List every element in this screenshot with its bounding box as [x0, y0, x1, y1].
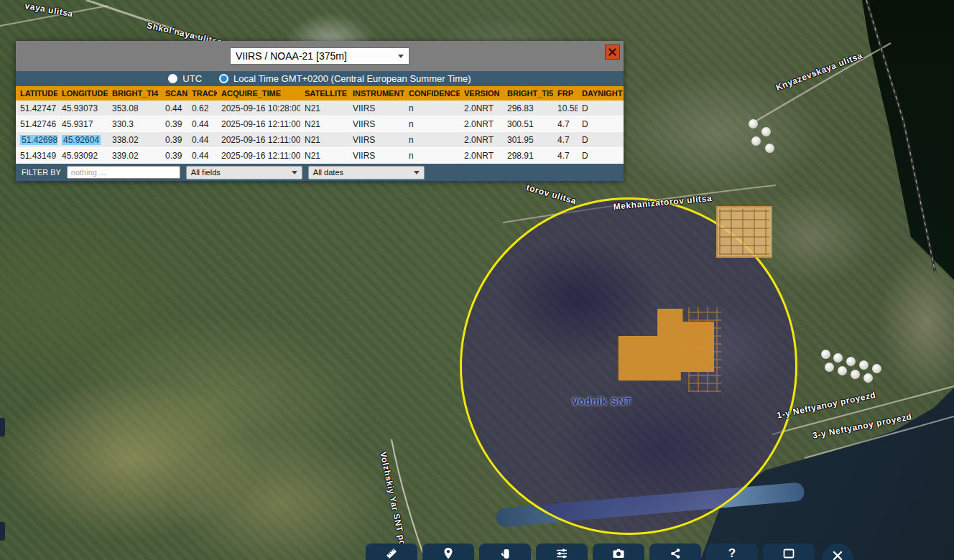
column-header-instrument[interactable]: INSTRUMENT: [348, 89, 404, 98]
table-cell[interactable]: 4.7: [553, 119, 578, 129]
left-edge-tab[interactable]: [0, 418, 5, 437]
column-header-frp[interactable]: FRP: [553, 89, 578, 98]
local-time-radio[interactable]: [219, 74, 228, 83]
column-header-track[interactable]: TRACK: [187, 89, 217, 98]
table-row[interactable]: 51.4314945.93092339.020.390.442025-09-16…: [16, 148, 624, 164]
utc-radio[interactable]: [168, 74, 177, 83]
table-cell[interactable]: 45.9317: [57, 119, 108, 129]
column-header-longitude[interactable]: LONGITUDE: [57, 89, 108, 98]
table-cell[interactable]: 296.83: [503, 103, 553, 113]
close-panel-button[interactable]: [605, 45, 620, 60]
dataset-select[interactable]: VIIRS / NOAA-21 [375m]: [230, 47, 409, 65]
column-header-latitude[interactable]: LATITUDE: [16, 89, 57, 98]
table-cell[interactable]: 2.0NRT: [460, 119, 503, 129]
table-cell[interactable]: 0.44: [161, 103, 187, 113]
table-cell[interactable]: 10.58: [553, 103, 578, 113]
extinguisher-button[interactable]: [479, 543, 531, 560]
fire-building-outlines: [688, 307, 721, 392]
table-cell[interactable]: 0.44: [187, 135, 217, 145]
column-header-satellite[interactable]: SATELLITE: [300, 89, 348, 98]
filter-dates-select[interactable]: All dates: [308, 166, 425, 179]
screenshot-button[interactable]: [593, 543, 644, 560]
table-cell[interactable]: 338.02: [108, 135, 161, 145]
local-time-radio-label[interactable]: Local Time GMT+0200 (Central European Su…: [233, 73, 471, 84]
table-cell[interactable]: 301.95: [503, 135, 553, 145]
chevron-down-icon: [398, 55, 404, 58]
oil-tank: [846, 357, 856, 366]
table-cell[interactable]: 2.0NRT: [460, 103, 503, 113]
table-cell[interactable]: 2025-09-16 12:11:00: [217, 151, 300, 161]
column-header-version[interactable]: VERSION: [460, 89, 503, 98]
utc-radio-label[interactable]: UTC: [182, 73, 202, 84]
column-header-confidence[interactable]: CONFIDENCE: [404, 89, 460, 98]
table-cell[interactable]: 45.93073: [57, 103, 108, 113]
table-cell[interactable]: 2025-09-16 12:11:00: [217, 135, 300, 145]
table-cell[interactable]: D: [578, 151, 624, 161]
column-header-bright_ti5[interactable]: BRIGHT_TI5: [503, 89, 553, 98]
left-edge-tab[interactable]: [0, 522, 5, 541]
table-cell[interactable]: 353.08: [108, 103, 161, 113]
table-cell[interactable]: 2.0NRT: [460, 151, 503, 161]
table-cell[interactable]: 339.02: [108, 151, 161, 161]
table-cell[interactable]: 51.42747: [16, 103, 57, 113]
table-cell[interactable]: D: [578, 135, 624, 145]
table-cell[interactable]: VIIRS: [348, 119, 404, 129]
table-cell[interactable]: n: [404, 151, 460, 161]
table-cell[interactable]: VIIRS: [348, 151, 404, 161]
table-cell[interactable]: 2025-09-16 10:28:00: [217, 103, 300, 113]
adjustments-button[interactable]: [536, 543, 588, 560]
filter-fields-select[interactable]: All fields: [186, 166, 302, 179]
oil-tank: [751, 136, 761, 146]
table-cell[interactable]: 0.44: [187, 119, 217, 129]
table-cell[interactable]: 45.93092: [57, 151, 108, 161]
table-cell[interactable]: 4.7: [553, 151, 578, 161]
table-cell[interactable]: 298.91: [503, 151, 553, 161]
question-mark-icon: ?: [728, 547, 736, 559]
table-cell[interactable]: 2025-09-16 12:11:00: [217, 119, 300, 129]
help-button[interactable]: ?: [706, 543, 758, 560]
table-cell[interactable]: N21: [300, 119, 348, 129]
table-cell[interactable]: D: [578, 103, 624, 113]
chevron-down-icon: [414, 171, 420, 174]
measure-button[interactable]: [366, 543, 417, 560]
filter-input[interactable]: [67, 166, 180, 179]
x-icon: [832, 550, 843, 560]
table-cell[interactable]: n: [404, 135, 460, 145]
table-cell[interactable]: 0.39: [161, 151, 187, 161]
fire-data-panel: VIIRS / NOAA-21 [375m] UTC Local Time GM…: [16, 41, 624, 181]
table-cell[interactable]: VIIRS: [348, 135, 404, 145]
table-cell[interactable]: 45.92604: [57, 135, 108, 145]
column-header-scan[interactable]: SCAN: [161, 89, 187, 98]
column-header-daynight[interactable]: DAYNIGHT: [578, 89, 624, 98]
table-cell[interactable]: D: [578, 119, 624, 129]
fullscreen-button[interactable]: [763, 543, 815, 560]
column-header-acquire_time[interactable]: ACQUIRE_TIME: [217, 89, 300, 98]
table-row[interactable]: 51.4269845.92604338.020.390.442025-09-16…: [16, 132, 624, 148]
share-button[interactable]: [649, 543, 701, 560]
table-cell[interactable]: N21: [300, 135, 348, 145]
column-header-bright_ti4[interactable]: BRIGHT_TI4: [108, 89, 161, 98]
table-row[interactable]: 51.4274745.93073353.080.440.622025-09-16…: [16, 101, 624, 116]
table-cell[interactable]: 51.43149: [16, 151, 57, 161]
table-cell[interactable]: 2.0NRT: [460, 135, 503, 145]
locate-button[interactable]: [422, 543, 474, 560]
table-cell[interactable]: 0.39: [161, 135, 187, 145]
table-cell[interactable]: 51.42746: [16, 119, 57, 129]
table-cell[interactable]: 300.51: [503, 119, 553, 129]
highlighted-cell-value: 51.42698: [20, 135, 57, 145]
table-cell[interactable]: VIIRS: [348, 103, 404, 113]
table-cell[interactable]: 51.42698: [16, 135, 57, 145]
table-row[interactable]: 51.4274645.9317330.30.390.442025-09-16 1…: [16, 116, 624, 132]
close-toolbar-button[interactable]: [822, 543, 853, 560]
table-cell[interactable]: N21: [300, 103, 348, 113]
table-cell[interactable]: 0.39: [161, 119, 187, 129]
table-cell[interactable]: 0.44: [187, 151, 217, 161]
table-cell[interactable]: N21: [300, 151, 348, 161]
table-cell[interactable]: n: [404, 103, 460, 113]
highlighted-buildings-patch: [716, 206, 772, 258]
table-cell[interactable]: 330.3: [108, 119, 161, 129]
oil-tank: [872, 364, 881, 373]
table-cell[interactable]: 0.62: [187, 103, 217, 113]
table-cell[interactable]: n: [404, 119, 460, 129]
table-cell[interactable]: 4.7: [553, 135, 578, 145]
